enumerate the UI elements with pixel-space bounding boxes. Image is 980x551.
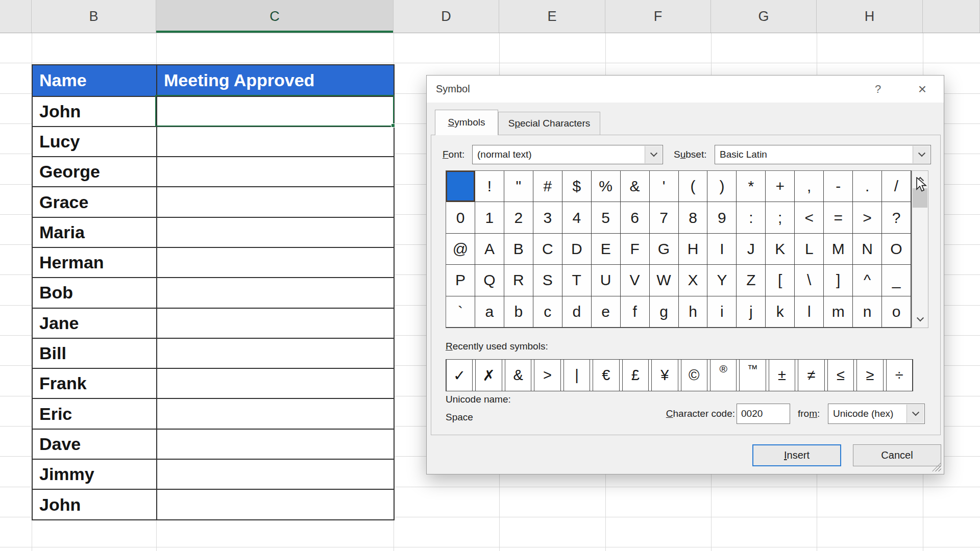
table-row-cell[interactable] [157,127,395,157]
table-row-cell[interactable] [157,157,395,187]
symbol-cell[interactable]: H [679,234,708,265]
symbol-cell[interactable]: % [592,171,621,202]
symbol-cell[interactable]: k [766,296,795,328]
symbol-cell[interactable]: \ [795,265,824,296]
symbol-cell[interactable]: h [679,296,708,328]
symbol-cell[interactable]: = [824,202,853,233]
column-header-B[interactable]: B [32,0,156,33]
recent-symbol-cell[interactable]: ± [769,359,795,391]
table-row-cell[interactable]: Maria [33,218,157,248]
symbol-cell[interactable]: n [853,296,882,328]
table-header-row-cell[interactable]: Name [33,65,157,97]
symbol-cell[interactable]: 4 [562,202,592,233]
table-row-cell[interactable]: Bill [33,339,157,369]
symbol-cell[interactable]: I [707,234,737,265]
symbol-cell[interactable]: f [621,296,650,328]
symbol-cell[interactable]: + [766,171,795,202]
tab-special-characters[interactable]: Special Characters [498,112,600,135]
symbol-cell[interactable]: & [621,171,650,202]
symbol-cell[interactable]: i [707,296,737,328]
scroll-down-button[interactable] [912,311,928,328]
symbol-cell[interactable]: S [533,265,562,296]
column-header-G[interactable]: G [711,0,817,33]
recent-symbol-cell[interactable]: ® [710,359,737,391]
symbol-cell[interactable]: N [853,234,882,265]
symbol-cell[interactable]: T [562,265,592,296]
symbol-cell[interactable]: E [592,234,621,265]
recent-symbol-cell[interactable]: ¥ [651,359,678,391]
recent-symbol-cell[interactable]: ≥ [856,359,883,391]
symbol-cell[interactable]: ? [882,202,911,233]
symbol-cell[interactable]: e [592,296,621,328]
font-combobox[interactable]: (normal text) [472,145,663,164]
symbol-cell[interactable]: R [504,265,533,296]
table-row-cell[interactable] [157,309,395,339]
recent-symbol-cell[interactable]: € [593,359,619,391]
recent-symbol-cell[interactable]: ✗ [475,359,502,391]
subset-combobox[interactable]: Basic Latin [715,145,931,164]
column-header-F[interactable]: F [605,0,711,33]
table-row-cell[interactable] [157,339,395,369]
symbol-cell[interactable]: * [737,171,766,202]
column-header-D[interactable]: D [394,0,499,33]
symbol-cell[interactable]: a [475,296,504,328]
symbol-cell[interactable]: Z [737,265,766,296]
dialog-titlebar[interactable]: Symbol ? × [427,76,944,103]
table-row-cell[interactable] [157,369,395,399]
symbol-cell-selected[interactable] [446,171,475,202]
table-row-cell[interactable] [157,278,395,308]
symbol-cell[interactable]: K [766,234,795,265]
symbol-cell[interactable]: J [737,234,766,265]
table-row-cell[interactable]: Bob [33,278,157,308]
table-row-cell[interactable]: Lucy [33,127,157,157]
table-row-cell[interactable] [157,460,395,490]
symbol-cell[interactable]: g [650,296,679,328]
symbol-cell[interactable]: 2 [504,202,533,233]
symbol-cell[interactable]: ( [679,171,708,202]
symbol-cell[interactable]: ; [766,202,795,233]
recent-symbol-cell[interactable]: £ [622,359,649,391]
symbol-cell[interactable]: ! [475,171,504,202]
table-row-cell[interactable]: John [33,97,157,127]
active-cell-c4[interactable] [155,95,394,127]
symbol-cell[interactable]: : [737,202,766,233]
symbol-cell[interactable]: , [795,171,824,202]
symbol-cell[interactable]: ` [446,296,475,328]
subset-dropdown-button[interactable] [913,146,930,163]
table-row-cell[interactable] [157,399,395,429]
symbol-cell[interactable]: A [475,234,504,265]
symbol-cell[interactable]: " [504,171,533,202]
column-header-E[interactable]: E [499,0,605,33]
symbol-cell[interactable]: ) [707,171,737,202]
column-header-C[interactable]: C [156,0,394,33]
from-combobox[interactable]: Unicode (hex) [828,404,925,424]
insert-button[interactable]: Insert [752,444,841,466]
symbol-cell[interactable]: j [737,296,766,328]
symbol-cell[interactable]: C [533,234,562,265]
table-row-cell[interactable]: George [33,157,157,187]
recent-symbol-cell[interactable]: ÷ [886,359,913,391]
symbol-cell[interactable]: O [882,234,911,265]
char-code-input[interactable] [737,404,790,424]
symbol-cell[interactable]: o [882,296,911,328]
close-icon[interactable]: × [909,76,936,103]
table-row-cell[interactable]: Herman [33,248,157,278]
symbol-cell[interactable]: Y [707,265,737,296]
symbol-cell[interactable]: 5 [592,202,621,233]
symbol-cell[interactable]: 9 [707,202,737,233]
recent-symbol-cell[interactable]: ™ [739,359,766,391]
symbol-cell[interactable]: m [824,296,853,328]
column-header[interactable] [0,0,32,33]
symbol-cell[interactable]: W [650,265,679,296]
symbol-cell[interactable]: 8 [679,202,708,233]
symbol-cell[interactable]: ^ [853,265,882,296]
symbol-cell[interactable]: c [533,296,562,328]
recent-symbol-cell[interactable]: ≤ [827,359,854,391]
table-row-cell[interactable]: Jimmy [33,460,157,490]
table-row-cell[interactable]: Jane [33,309,157,339]
symbol-cell[interactable]: l [795,296,824,328]
recent-symbol-cell[interactable]: > [534,359,560,391]
symbol-cell[interactable]: Q [475,265,504,296]
symbol-cell[interactable]: P [446,265,475,296]
symbol-cell[interactable]: _ [882,265,911,296]
